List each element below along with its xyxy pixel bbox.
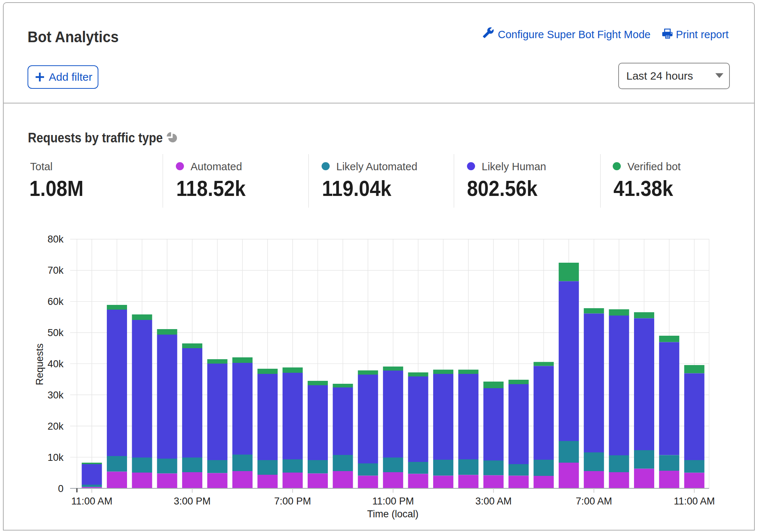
svg-text:10k: 10k <box>47 452 64 463</box>
svg-text:30k: 30k <box>47 390 64 401</box>
svg-text:40k: 40k <box>47 358 64 369</box>
svg-text:20k: 20k <box>47 421 64 432</box>
svg-text:50k: 50k <box>47 327 64 338</box>
svg-text:7:00 AM: 7:00 AM <box>576 496 612 507</box>
svg-text:Requests: Requests <box>34 343 45 385</box>
svg-text:11:00 AM: 11:00 AM <box>674 496 715 507</box>
svg-text:11:00 AM: 11:00 AM <box>71 496 112 507</box>
svg-text:70k: 70k <box>47 265 64 276</box>
svg-text:7:00 PM: 7:00 PM <box>274 496 311 507</box>
svg-text:60k: 60k <box>47 296 64 307</box>
svg-text:11:00 PM: 11:00 PM <box>372 496 414 507</box>
svg-text:Time (local): Time (local) <box>367 509 419 520</box>
svg-text:3:00 PM: 3:00 PM <box>174 496 211 507</box>
svg-text:3:00 AM: 3:00 AM <box>475 496 512 507</box>
svg-text:80k: 80k <box>47 234 64 245</box>
svg-text:0: 0 <box>58 483 64 494</box>
